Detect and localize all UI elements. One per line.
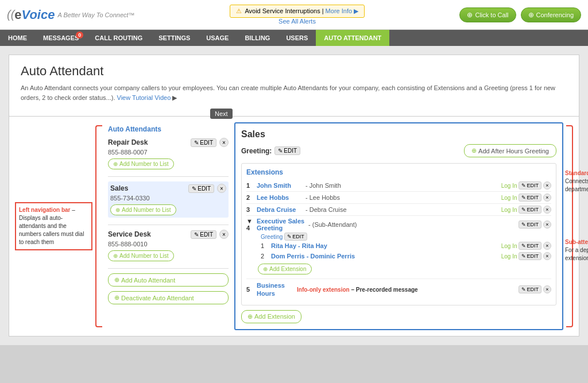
service-desk-number: 855-888-0010 <box>108 241 229 247</box>
sales-panel-title: Sales <box>241 129 556 140</box>
login-link-2[interactable]: Log In <box>501 195 517 201</box>
pencil-icon: ✎ <box>521 243 526 249</box>
messages-badge: 0 <box>76 32 83 38</box>
extensions-section: Extensions 1 John Smith - John Smith Log… <box>241 163 556 305</box>
attendant-sales: Sales ✎EDIT × 855-734-0330 Add Number to… <box>108 181 229 218</box>
close-ext-5-button[interactable]: × <box>543 285 551 293</box>
edit-sub-ext-2-button[interactable]: ✎EDIT <box>519 252 541 260</box>
click-to-call-button[interactable]: Click to Call <box>459 7 516 22</box>
alert-box: ⚠ Avoid Service Interruptions | More Inf… <box>230 5 365 18</box>
edit-ext-1-button[interactable]: ✎EDIT <box>519 181 541 189</box>
ext-fullname-3: - Debra Cruise <box>305 206 501 213</box>
sub-ext-name-1: Rita Hay - Rita Hay <box>271 242 501 249</box>
edit-ext-2-button[interactable]: ✎EDIT <box>519 194 541 202</box>
tutorial-link[interactable]: View Tutorial Video <box>117 94 171 101</box>
edit-ext-3-button[interactable]: ✎EDIT <box>519 206 541 214</box>
ext-name-4: Executive Sales Greeting <box>257 218 308 231</box>
nav-auto-attendant[interactable]: AUTO ATTENDANT <box>316 30 389 46</box>
alert-area: ⚠ Avoid Service Interruptions | More Inf… <box>230 5 365 25</box>
edit-ext-5-button[interactable]: ✎EDIT <box>519 285 541 293</box>
sub-login-link-1[interactable]: Log In <box>501 243 517 249</box>
extensions-title: Extensions <box>246 168 551 176</box>
sub-ext-num-2: 2 <box>261 253 271 260</box>
sub-ext-2: 2 Dom Perris - Dominic Perris Log In ✎ED… <box>261 251 551 261</box>
ext-fullname-2: - Lee Hobbs <box>305 194 501 201</box>
pencil-icon: ✎ <box>287 234 292 239</box>
deactivate-auto-attendant-button[interactable]: Deactivate Auto Attendant <box>108 291 229 304</box>
close-sales-button[interactable]: × <box>217 184 226 193</box>
ext-num-3: 3 <box>246 206 257 213</box>
more-info-link[interactable]: More Info ▶ <box>326 7 359 14</box>
close-ext-3-button[interactable]: × <box>543 206 551 214</box>
greeting-row: Greeting: ✎EDIT Add After Hours Greeting <box>241 144 556 157</box>
close-ext-4-button[interactable]: × <box>543 220 551 229</box>
edit-sales-button[interactable]: ✎EDIT <box>188 184 214 193</box>
page-title: Auto Attendant <box>21 64 567 79</box>
ext-fullname-1: - John Smith <box>305 182 501 189</box>
repair-desk-number: 855-888-0007 <box>108 149 229 156</box>
ext-num-5: 5 <box>246 286 257 293</box>
info-only-annotation: Info-only extension – Pre-recorded messa… <box>297 287 418 293</box>
subatt-annotation: Sub-attendant extension – For a departme… <box>565 238 588 262</box>
nav-home[interactable]: HOME <box>0 30 35 46</box>
logo-area: (( eVoice A Better Way To Connect™ <box>7 7 135 22</box>
info-ext-section: 5 Business Hours Info-only extension – P… <box>246 279 551 300</box>
pencil-icon: ✎ <box>521 183 526 188</box>
ext-num-2: 2 <box>246 194 257 201</box>
sub-login-link-2[interactable]: Log In <box>501 253 517 260</box>
attendant-name-sales: Sales <box>110 184 128 192</box>
edit-sub-greeting-button[interactable]: ✎EDIT <box>284 233 307 241</box>
edit-sub-ext-1-button[interactable]: ✎EDIT <box>519 242 541 250</box>
pencil-icon: ✎ <box>521 222 526 227</box>
add-sub-extension-button[interactable]: Add Extension <box>258 264 312 274</box>
pencil-icon: ✎ <box>521 253 526 259</box>
ext-name-3: Debra Cruise <box>257 206 305 213</box>
attendant-name-repair-desk: Repair Desk <box>108 138 148 146</box>
pencil-icon: ✎ <box>194 140 199 146</box>
edit-ext-4-button[interactable]: ✎EDIT <box>519 220 541 229</box>
add-number-service-desk-button[interactable]: Add Number to List <box>108 250 174 261</box>
sub-greeting-row: Greeting ✎EDIT <box>261 233 551 241</box>
nav-usage[interactable]: USAGE <box>198 30 237 46</box>
header-right: Click to Call Conferencing <box>459 7 581 22</box>
add-auto-attendant-button[interactable]: Add Auto Attendant <box>108 273 229 287</box>
add-extension-main-button[interactable]: Add Extension <box>241 310 301 323</box>
edit-service-desk-button[interactable]: ✎EDIT <box>191 230 216 239</box>
add-number-repair-desk-button[interactable]: Add Number to List <box>108 158 174 169</box>
pencil-icon: ✎ <box>192 185 196 192</box>
sales-panel: Sales Greeting: ✎EDIT Add After Hours Gr… <box>234 122 563 330</box>
greeting-label: Greeting: ✎EDIT <box>241 146 300 155</box>
nav-messages[interactable]: MESSAGES 0 <box>35 30 87 46</box>
close-ext-1-button[interactable]: × <box>543 181 551 189</box>
login-link-1[interactable]: Log In <box>501 183 517 189</box>
close-repair-desk-button[interactable]: × <box>219 138 229 147</box>
close-sub-ext-2-button[interactable]: × <box>543 252 551 260</box>
attendant-service-desk: Service Desk ✎EDIT × 855-888-0010 Add Nu… <box>108 230 229 261</box>
pencil-icon: ✎ <box>521 195 526 200</box>
close-ext-2-button[interactable]: × <box>543 194 551 202</box>
nav-settings[interactable]: SETTINGS <box>150 30 198 46</box>
ext-name-1: John Smith <box>257 182 305 189</box>
sub-ext-name-2: Dom Perris - Dominic Perris <box>271 253 501 260</box>
nav-users[interactable]: USERS <box>278 30 316 46</box>
add-after-hours-button[interactable]: Add After Hours Greeting <box>464 144 556 157</box>
ext-num-1: 1 <box>246 182 257 189</box>
warning-icon: ⚠ <box>236 7 242 14</box>
add-number-sales-button[interactable]: Add Number to List <box>110 204 176 215</box>
left-brace <box>95 125 102 327</box>
close-service-desk-button[interactable]: × <box>219 230 229 239</box>
standard-ext-annotation: Standard extensions – Connects callers t… <box>565 169 588 194</box>
next-tooltip: Next <box>210 109 233 119</box>
see-all-alerts-link[interactable]: See All Alerts <box>278 18 316 25</box>
main-nav: HOME MESSAGES 0 CALL ROUTING SETTINGS US… <box>0 30 588 46</box>
left-panel: Auto Attendants Repair Desk ✎EDIT × 855-… <box>105 122 231 330</box>
left-annotation: Left navigation bar – Displays all auto-… <box>15 122 92 330</box>
close-sub-ext-1-button[interactable]: × <box>543 242 551 250</box>
pencil-icon: ✎ <box>194 231 199 238</box>
login-link-3[interactable]: Log In <box>501 207 517 213</box>
nav-call-routing[interactable]: CALL ROUTING <box>87 30 150 46</box>
edit-repair-desk-button[interactable]: ✎EDIT <box>191 138 216 147</box>
nav-billing[interactable]: BILLING <box>237 30 278 46</box>
conferencing-button[interactable]: Conferencing <box>521 7 581 22</box>
edit-greeting-button[interactable]: ✎EDIT <box>274 146 300 155</box>
